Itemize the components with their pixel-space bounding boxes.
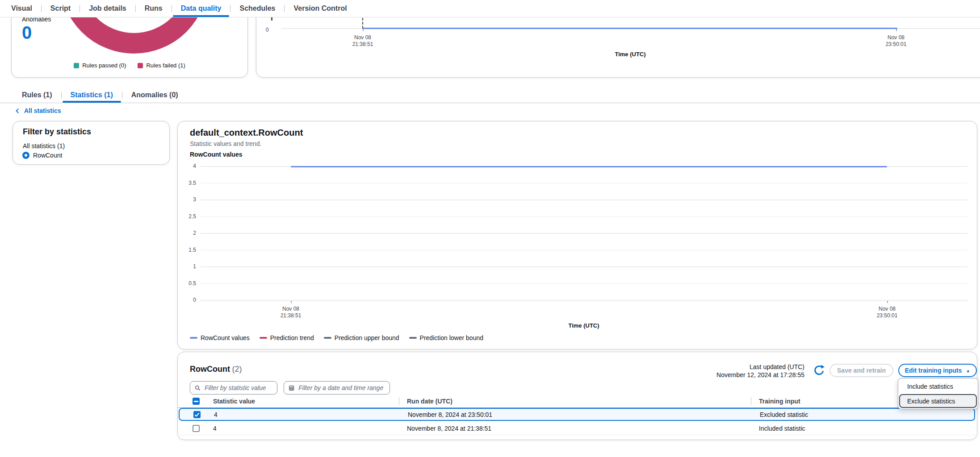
x-tick-2 [887,301,888,303]
y-gridline [201,183,967,184]
rowcount-table-card: RowCount (2) Last updated (UTC) November… [177,352,977,440]
table-title-text: RowCount [190,365,230,374]
radio-selected-icon[interactable] [22,152,29,159]
tab-version-control[interactable]: Version Control [285,0,356,17]
dropdown-item-exclude-statistics[interactable]: Exclude statistics [899,394,977,408]
prediction-upper-swatch [324,337,331,339]
cell-statistic-value: 4 [213,425,217,432]
tab-job-details[interactable]: Job details [80,0,135,17]
statistic-value-filter[interactable] [190,381,277,395]
rules-passed-swatch [74,63,79,68]
cell-training-input: Excluded statistic [760,411,808,418]
caret-up-icon: ▲ [966,368,970,373]
rowcount-line [291,166,887,167]
x-label-1: Nov 08 21:38:51 [281,306,302,319]
legend-item-rules-failed[interactable]: Rules failed (1) [138,62,185,69]
y-gridline [201,300,967,301]
x-axis-title: Time (UTC) [568,322,599,329]
legend-prediction-trend[interactable]: Prediction trend [260,334,314,341]
col-training-input[interactable]: Training input [759,398,800,405]
tab-rules[interactable]: Rules (1) [13,87,61,103]
mini-x-tick-1 [363,29,364,31]
filter-group-label: All statistics (1) [23,142,65,150]
legend-prediction-lower[interactable]: Prediction lower bound [409,334,483,341]
prediction-lower-swatch [409,337,417,339]
data-quality-page: Anomalies 0 Rules passed (0) Rules faile… [0,0,980,457]
y-tick-label: 2 [193,230,196,236]
tab-script[interactable]: Script [42,0,80,17]
row-checkbox[interactable] [193,411,201,418]
chevron-left-icon [15,108,21,114]
y-gridline [201,283,967,284]
donut-legend: Rules passed (0) Rules failed (1) [12,62,247,69]
column-divider [399,397,399,405]
tab-schedules[interactable]: Schedules [230,0,284,17]
table-row[interactable]: 4 November 8, 2024 at 21:38:51 Included … [178,422,977,435]
dropdown-item-include-statistics[interactable]: Include statistics [899,379,977,394]
table-row[interactable]: 4 November 8, 2024 at 23:50:01 Excluded … [179,408,975,421]
table-row-counter: (2) [232,365,242,374]
save-and-retrain-button[interactable]: Save and retrain [829,364,893,377]
refresh-icon [813,364,825,377]
mini-x-label-2: Nov 08 23:50:01 [886,34,907,48]
y-gridline [201,216,967,217]
mini-data-line [363,28,897,29]
clipped-y-tick [271,17,272,21]
y-tick-label: 0 [193,297,196,303]
y-tick-label: 3 [193,196,196,203]
statistic-value-filter-input[interactable] [204,384,272,392]
select-all-checkbox[interactable] [193,398,200,405]
x-tick-1 [291,301,292,303]
table-header-row: Statistic value Run date (UTC) Training … [178,395,977,408]
search-icon [195,385,201,391]
last-updated-label: Last updated (UTC) [716,363,804,371]
cell-statistic-value: 4 [214,411,218,418]
y-gridline [201,233,967,234]
date-range-filter-input[interactable] [297,384,385,392]
all-statistics-link[interactable]: All statistics [15,107,61,114]
row-checkbox[interactable] [193,425,200,432]
tab-visual[interactable]: Visual [2,0,41,17]
col-run-date[interactable]: Run date (UTC) [407,398,452,405]
rules-failed-label: Rules failed (1) [146,62,185,69]
all-statistics-label: All statistics [24,107,61,114]
radio-rowcount-label: RowCount [33,152,62,159]
legend-item-rules-passed[interactable]: Rules passed (0) [74,62,126,69]
rules-failed-swatch [138,63,143,68]
tab-data-quality[interactable]: Data quality [172,0,230,17]
statistic-trend-card: default_context.RowCount Statistic value… [177,121,977,349]
tab-statistics[interactable]: Statistics (1) [62,87,122,103]
data-quality-section-tabs: Rules (1) Statistics (1) Anomalies (0) [0,87,980,103]
y-tick-label: 2.5 [188,213,196,220]
statistic-title: default_context.RowCount [190,128,303,138]
date-range-filter[interactable] [284,381,390,395]
col-statistic-value[interactable]: Statistic value [213,398,255,405]
job-tab-bar: Visual Script Job details Runs Data qual… [0,0,980,17]
check-icon [193,411,201,418]
edit-training-inputs-button[interactable]: Edit training inputs ▲ [898,364,977,377]
y-tick-label: 3.5 [188,180,196,186]
legend-prediction-upper[interactable]: Prediction upper bound [324,334,399,341]
statistic-subtitle: Statistic values and trend. [190,140,261,147]
last-updated-block: Last updated (UTC) November 12, 2024 at … [716,363,804,379]
table-title: RowCount (2) [190,365,242,374]
y-tick-label: 0.5 [188,280,196,287]
y-tick-label: 1.5 [188,247,196,253]
mini-y-zero-label: 0 [266,27,269,33]
column-divider [751,397,751,405]
tab-anomalies[interactable]: Anomalies (0) [122,87,187,103]
calendar-icon [289,385,294,391]
cell-run-date: November 8, 2024 at 21:38:51 [407,425,491,432]
refresh-button[interactable] [813,364,825,377]
cell-training-input: Included statistic [759,425,805,432]
legend-rowcount-values[interactable]: RowCount values [190,334,250,341]
statistic-radio-row[interactable]: RowCount [22,152,62,159]
tab-runs[interactable]: Runs [136,0,172,17]
mini-x-label-1: Nov 08 21:38:51 [352,34,373,48]
last-updated-value: November 12, 2024 at 17:28:55 [716,371,804,379]
mini-x-tick-2 [896,29,897,31]
edit-training-inputs-dropdown: Include statistics Exclude statistics [898,378,978,409]
mini-x-axis-title: Time (UTC) [615,51,645,58]
filter-statistics-card: Filter by statistics All statistics (1) … [13,121,170,165]
y-gridline [201,250,967,251]
